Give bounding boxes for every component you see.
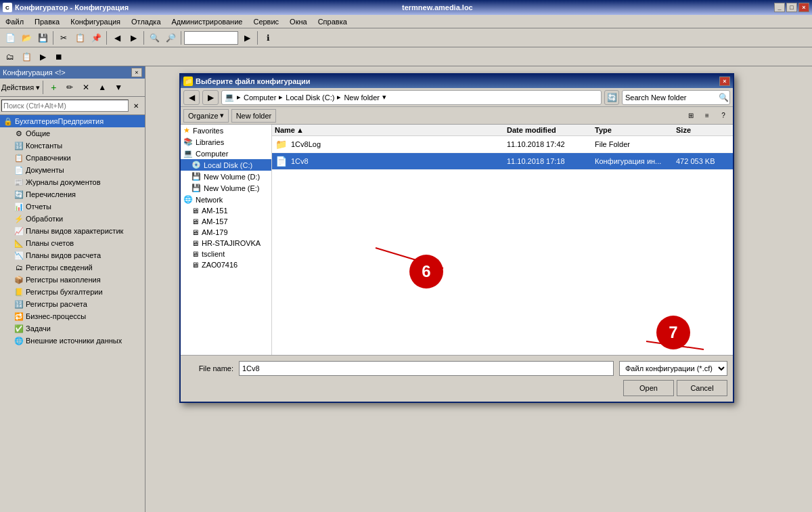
left-panel-search: ✕ xyxy=(0,97,145,115)
open-button[interactable]: Open xyxy=(623,380,674,396)
tree-item-11[interactable]: 🗂 Регистры сведений xyxy=(0,261,145,274)
tree-item-17[interactable]: 🌐 Внешние источники данных xyxy=(0,335,145,347)
left-panel-close[interactable]: × xyxy=(131,68,142,77)
menu-help[interactable]: Справка xyxy=(315,17,350,26)
search-input[interactable] xyxy=(1,100,129,112)
remote-restore-button[interactable]: □ xyxy=(786,3,797,12)
toolbar-paste[interactable]: 📌 xyxy=(89,30,104,45)
tree-item-7[interactable]: ⚡ Обработки xyxy=(0,213,145,225)
computer-icon: 💻 xyxy=(183,149,193,158)
tree-item-8[interactable]: 📈 Планы видов характеристик xyxy=(0,225,145,237)
view-help[interactable]: ? xyxy=(717,109,730,123)
dialog-organize-toolbar: Organize ▾ New folder ⊞ ≡ ? xyxy=(181,107,733,125)
menu-admin[interactable]: Администрирование xyxy=(169,17,246,26)
remote-close-button[interactable]: × xyxy=(798,3,809,12)
toolbar2-btn1[interactable]: 🗂 xyxy=(3,49,18,64)
col-date[interactable]: Date modified xyxy=(507,126,595,134)
breadcrumb-computer[interactable]: Computer xyxy=(244,93,276,102)
tree-root[interactable]: 🔒 БухгалтерияПредприятия xyxy=(0,115,145,127)
toolbar2-btn2[interactable]: 📋 xyxy=(19,49,34,64)
sidebar-hr[interactable]: 🖥 HR-STAJIROVKA xyxy=(181,238,271,249)
sidebar-zao[interactable]: 🖥 ZAO07416 xyxy=(181,259,271,270)
toolbar-copy[interactable]: 📋 xyxy=(72,30,87,45)
dialog-close-button[interactable]: × xyxy=(719,77,730,86)
tree-item-15[interactable]: 🔁 Бизнес-процессы xyxy=(0,310,145,322)
menu-windows[interactable]: Окна xyxy=(287,17,310,26)
breadcrumb-arrow[interactable]: ▾ xyxy=(382,93,386,102)
cancel-button[interactable]: Cancel xyxy=(677,380,727,396)
sidebar-am157[interactable]: 🖥 AM-157 xyxy=(181,216,271,227)
nav-back-button[interactable]: ◀ xyxy=(183,90,200,105)
menu-file[interactable]: Файл xyxy=(3,17,26,26)
tree-item-3[interactable]: 📄 Документы xyxy=(0,164,145,176)
lp-add[interactable]: + xyxy=(46,80,61,95)
sidebar-local-disk-c[interactable]: 💿 Local Disk (C:) xyxy=(181,159,271,171)
tree-item-12[interactable]: 📦 Регистры накопления xyxy=(0,274,145,286)
tree-item-14[interactable]: 🔢 Регистры расчета xyxy=(0,298,145,310)
tree-item-5[interactable]: 🔄 Перечисления xyxy=(0,188,145,200)
tree-item-6[interactable]: 📊 Отчеты xyxy=(0,200,145,213)
sidebar-computer[interactable]: 💻 Computer xyxy=(181,148,271,159)
toolbar-cut[interactable]: ✂ xyxy=(56,30,71,45)
volume-d-label: New Volume (D:) xyxy=(204,173,260,181)
toolbar-search[interactable]: 🔍 xyxy=(147,30,162,45)
sidebar-tsclient[interactable]: 🖥 tsclient xyxy=(181,249,271,259)
tree-item-16[interactable]: ✅ Задачи xyxy=(0,322,145,335)
view-btn-2[interactable]: ≡ xyxy=(700,109,714,123)
toolbar-new[interactable]: 📄 xyxy=(3,30,18,45)
sidebar-libraries[interactable]: 📚 Libraries xyxy=(181,136,271,148)
sidebar-favorites[interactable]: ★ Favorites xyxy=(181,125,271,136)
search-input[interactable] xyxy=(625,93,719,102)
tree-item-9[interactable]: 📐 Планы счетов xyxy=(0,237,145,249)
lp-up[interactable]: ▲ xyxy=(95,80,110,95)
tree-label-11: Регистры сведений xyxy=(26,263,93,272)
sidebar-network[interactable]: 🌐 Network xyxy=(181,194,271,205)
tree-item-2[interactable]: 📋 Справочники xyxy=(0,152,145,164)
toolbar2-btn4[interactable]: ⏹ xyxy=(51,49,66,64)
remote-minimize-button[interactable]: _ xyxy=(774,3,785,12)
file-name-input[interactable] xyxy=(239,361,614,376)
file-type-select[interactable]: Файл конфигурации (*.cf) xyxy=(619,361,727,376)
menu-edit[interactable]: Правка xyxy=(32,17,62,26)
toolbar-back[interactable]: ◀ xyxy=(110,30,125,45)
col-size[interactable]: Size xyxy=(676,126,730,134)
sidebar-new-volume-d[interactable]: 💾 New Volume (D:) xyxy=(181,171,271,182)
menu-debug[interactable]: Отладка xyxy=(129,17,163,26)
view-btn-1[interactable]: ⊞ xyxy=(684,109,698,123)
tree-item-10[interactable]: 📉 Планы видов расчета xyxy=(0,249,145,261)
sidebar-am151[interactable]: 🖥 AM-151 xyxy=(181,205,271,216)
nav-forward-button[interactable]: ▶ xyxy=(202,90,219,105)
breadcrumb-disk[interactable]: Local Disk (C:) xyxy=(286,93,334,102)
toolbar-open[interactable]: 📂 xyxy=(19,30,34,45)
breadcrumb-folder[interactable]: New folder xyxy=(344,93,380,102)
new-folder-button[interactable]: New folder xyxy=(231,109,277,123)
tree-item-13[interactable]: 📒 Регистры бухгалтерии xyxy=(0,286,145,298)
sidebar-new-volume-e[interactable]: 💾 New Volume (E:) xyxy=(181,182,271,194)
main-content: 📁 Выберите файл конфигурации × ◀ ▶ 💻 ▸ C… xyxy=(145,66,812,512)
toolbar-combo[interactable] xyxy=(184,31,238,45)
refresh-button[interactable]: 🔄 xyxy=(604,90,619,105)
lp-edit[interactable]: ✏ xyxy=(62,80,77,95)
toolbar-info[interactable]: ℹ xyxy=(261,30,275,45)
search-clear[interactable]: ✕ xyxy=(129,98,143,113)
tree-item-0[interactable]: ⚙ Общие xyxy=(0,127,145,140)
toolbar-save[interactable]: 💾 xyxy=(35,30,50,45)
tree-item-4[interactable]: 📰 Журналы документов xyxy=(0,176,145,188)
toolbar-go[interactable]: ▶ xyxy=(240,30,254,45)
tree-icon-11: 🗂 xyxy=(14,262,24,273)
menu-config[interactable]: Конфигурация xyxy=(68,17,123,26)
toolbar-forward[interactable]: ▶ xyxy=(126,30,141,45)
col-type[interactable]: Type xyxy=(595,126,676,134)
file-row-1[interactable]: 📄 1Cv8 11.10.2018 17:18 Конфигурация ин.… xyxy=(272,153,733,170)
lp-delete[interactable]: ✕ xyxy=(78,80,93,95)
toolbar-search2[interactable]: 🔎 xyxy=(163,30,178,45)
organize-button[interactable]: Organize ▾ xyxy=(183,109,229,123)
toolbar2-btn3[interactable]: ▶ xyxy=(35,49,50,64)
file-icon-0: 📁 xyxy=(275,138,287,150)
lp-down[interactable]: ▼ xyxy=(111,80,126,95)
sidebar-am179[interactable]: 🖥 AM-179 xyxy=(181,227,271,238)
file-row-0[interactable]: 📁 1Cv8Log 11.10.2018 17:42 File Folder xyxy=(272,136,733,153)
tree-item-1[interactable]: 🔢 Константы xyxy=(0,140,145,152)
col-name[interactable]: Name ▲ xyxy=(275,126,507,134)
menu-service[interactable]: Сервис xyxy=(250,17,281,26)
